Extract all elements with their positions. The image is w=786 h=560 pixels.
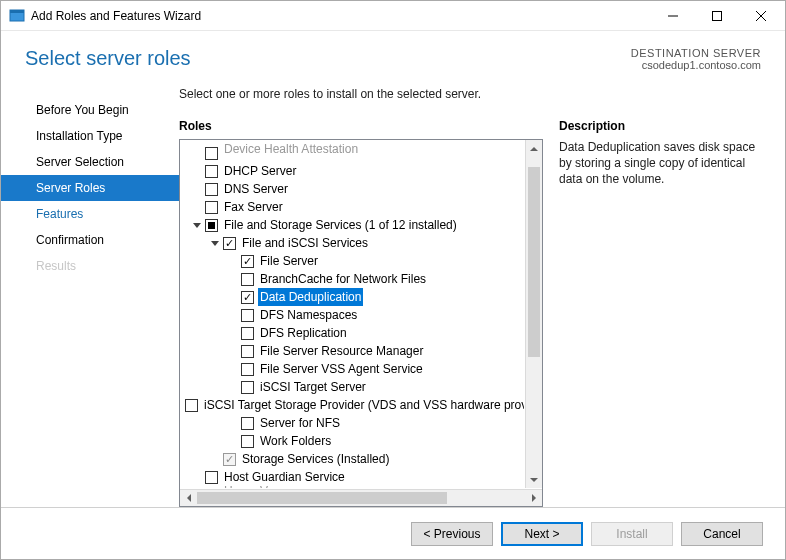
role-row[interactable]: DNS Server [183,180,521,198]
role-checkbox[interactable] [205,219,218,232]
role-label[interactable]: BranchCache for Network Files [258,270,428,288]
titlebar: Add Roles and Features Wizard [1,1,785,31]
role-label[interactable]: Data Deduplication [258,288,363,306]
wizard-nav: Before You BeginInstallation TypeServer … [1,87,179,507]
roles-tree[interactable]: Device Health AttestationDHCP ServerDNS … [183,144,521,488]
maximize-button[interactable] [695,2,739,30]
vertical-scrollbar[interactable] [525,140,542,488]
role-checkbox[interactable] [241,327,254,340]
role-checkbox[interactable] [241,417,254,430]
nav-item-server-selection[interactable]: Server Selection [1,149,179,175]
nav-item-installation-type[interactable]: Installation Type [1,123,179,149]
role-row[interactable]: Fax Server [183,198,521,216]
hscroll-thumb[interactable] [197,492,447,504]
expander-spacer [227,273,239,285]
role-row[interactable]: DFS Namespaces [183,306,521,324]
close-button[interactable] [739,2,783,30]
vscroll-track[interactable] [526,157,542,471]
window-controls [651,2,783,30]
role-label[interactable]: DFS Replication [258,324,349,342]
expander-spacer [191,165,203,177]
vscroll-thumb[interactable] [528,167,540,357]
role-row[interactable]: Data Deduplication [183,288,521,306]
nav-item-confirmation[interactable]: Confirmation [1,227,179,253]
role-label[interactable]: DHCP Server [222,162,298,180]
role-label[interactable]: Device Health Attestation [222,140,360,158]
role-row[interactable]: BranchCache for Network Files [183,270,521,288]
scroll-down-icon[interactable] [526,471,542,488]
nav-item-server-roles[interactable]: Server Roles [1,175,179,201]
role-row[interactable]: File Server Resource Manager [183,342,521,360]
role-label[interactable]: Server for NFS [258,414,342,432]
expander-spacer [227,255,239,267]
role-label[interactable]: File Server Resource Manager [258,342,425,360]
role-label[interactable]: Hyper-V [222,482,270,488]
role-label[interactable]: Storage Services (Installed) [240,450,391,468]
role-checkbox[interactable] [205,183,218,196]
role-checkbox[interactable] [241,255,254,268]
role-label[interactable]: File and iSCSI Services [240,234,370,252]
role-checkbox[interactable] [205,471,218,484]
role-checkbox[interactable] [241,363,254,376]
expander-spacer [227,417,239,429]
description-label: Description [559,119,761,133]
expander-icon[interactable] [191,219,203,231]
role-label[interactable]: iSCSI Target Server [258,378,368,396]
role-row[interactable]: DFS Replication [183,324,521,342]
next-button[interactable]: Next > [501,522,583,546]
role-checkbox[interactable] [241,435,254,448]
role-checkbox[interactable] [205,147,218,160]
expander-spacer [191,201,203,213]
footer: < Previous Next > Install Cancel [1,507,785,559]
wizard-body: Before You BeginInstallation TypeServer … [1,81,785,507]
role-checkbox[interactable] [241,291,254,304]
role-checkbox[interactable] [185,399,198,412]
role-row[interactable]: Device Health Attestation [183,144,521,162]
role-row[interactable]: File Server VSS Agent Service [183,360,521,378]
role-row[interactable]: DHCP Server [183,162,521,180]
role-row[interactable]: Hyper-V [183,486,521,488]
role-row[interactable]: File and iSCSI Services [183,234,521,252]
nav-item-features[interactable]: Features [1,201,179,227]
nav-item-before-you-begin[interactable]: Before You Begin [1,97,179,123]
role-checkbox[interactable] [205,201,218,214]
role-label[interactable]: DNS Server [222,180,290,198]
scroll-right-icon[interactable] [525,490,542,506]
role-checkbox[interactable] [223,237,236,250]
hscroll-track[interactable] [197,490,525,506]
role-label[interactable]: DFS Namespaces [258,306,359,324]
svg-rect-3 [713,11,722,20]
role-row[interactable]: Storage Services (Installed) [183,450,521,468]
role-label[interactable]: iSCSI Target Storage Provider (VDS and V… [202,396,524,414]
expander-spacer [227,381,239,393]
role-row[interactable]: Work Folders [183,432,521,450]
previous-button[interactable]: < Previous [411,522,493,546]
scroll-left-icon[interactable] [180,490,197,506]
expander-spacer [227,435,239,447]
horizontal-scrollbar[interactable] [180,489,542,506]
expander-spacer [191,183,203,195]
role-checkbox[interactable] [241,345,254,358]
expander-icon[interactable] [209,237,221,249]
role-row[interactable]: File and Storage Services (1 of 12 insta… [183,216,521,234]
role-label[interactable]: File and Storage Services (1 of 12 insta… [222,216,459,234]
role-row[interactable]: iSCSI Target Server [183,378,521,396]
role-row[interactable]: Server for NFS [183,414,521,432]
role-label[interactable]: File Server VSS Agent Service [258,360,425,378]
role-label[interactable]: File Server [258,252,320,270]
role-row[interactable]: File Server [183,252,521,270]
description-column: Description Data Deduplication saves dis… [559,119,761,507]
minimize-button[interactable] [651,2,695,30]
scroll-up-icon[interactable] [526,140,542,157]
role-checkbox[interactable] [241,273,254,286]
expander-spacer [191,471,203,483]
role-checkbox[interactable] [241,381,254,394]
role-label[interactable]: Work Folders [258,432,333,450]
header: Select server roles DESTINATION SERVER c… [1,31,785,81]
nav-item-results: Results [1,253,179,279]
role-checkbox[interactable] [241,309,254,322]
role-checkbox[interactable] [205,165,218,178]
role-row[interactable]: iSCSI Target Storage Provider (VDS and V… [183,396,521,414]
role-label[interactable]: Fax Server [222,198,285,216]
cancel-button[interactable]: Cancel [681,522,763,546]
